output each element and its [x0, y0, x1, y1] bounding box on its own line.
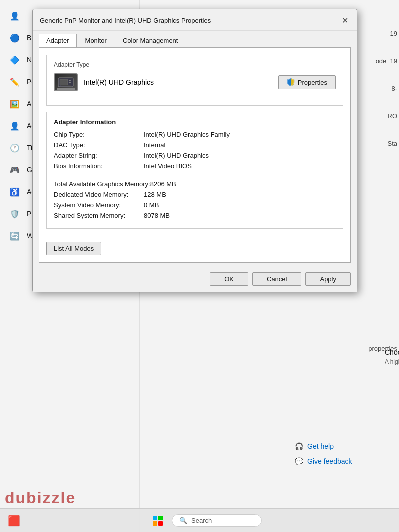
bluetooth-icon: 🔵 [10, 33, 20, 43]
dac-type-value: Internal [144, 141, 165, 149]
search-icon: 🔍 [179, 517, 187, 524]
pen-icon: ✏️ [10, 77, 20, 87]
partial-val-3: 8- [376, 85, 397, 92]
adapter-info-title: Adapter Information [54, 118, 336, 126]
properties-button[interactable]: Properties [278, 75, 336, 89]
dialog-titlebar: Generic PnP Monitor and Intel(R) UHD Gra… [33, 9, 357, 31]
shared-system-memory-key: Shared System Memory: [54, 212, 144, 219]
tab-color-management[interactable]: Color Management [115, 34, 186, 47]
update-icon: 🔄 [10, 231, 20, 241]
system-video-memory-row: System Video Memory: 0 MB [54, 201, 336, 209]
dac-type-row: DAC Type: Internal [54, 141, 336, 149]
right-partial-values: 19 ode 19 8- RO Sta [376, 30, 397, 167]
taskbar-app-icon[interactable]: 🟥 [8, 515, 20, 527]
shield-icon [287, 78, 295, 86]
apply-button[interactable]: Apply [305, 272, 351, 286]
search-label: Search [191, 517, 212, 524]
cancel-button[interactable]: Cancel [252, 272, 301, 286]
refresh-rate-title: Choose a refresh rate [385, 348, 399, 356]
refresh-rate-section: Choose a refresh rate A higher rate give… [380, 343, 399, 370]
adapter-type-box: Intel(R) UHD Graphics Properties [54, 73, 336, 91]
svg-rect-3 [69, 82, 71, 83]
adapter-type-label: Adapter Type [54, 61, 336, 68]
chip-type-row: Chip Type: Intel(R) UHD Graphics Family [54, 131, 336, 138]
properties-btn-label: Properties [298, 79, 327, 86]
adapter-info-section: Adapter Information Chip Type: Intel(R) … [46, 112, 343, 229]
user-icon: 👤 [10, 11, 20, 21]
graphics-properties-dialog: Generic PnP Monitor and Intel(R) UHD Gra… [32, 9, 357, 292]
list-modes-container: List All Modes [46, 235, 343, 255]
adapter-string-value: Intel(R) UHD Graphics [144, 152, 209, 159]
dedicated-video-memory-value: 128 MB [144, 191, 166, 198]
partial-val-1: 19 [376, 30, 397, 37]
shared-system-memory-value: 8078 MB [144, 212, 170, 219]
help-links-section: 🎧 Get help 💬 Give feedback [295, 442, 352, 472]
network-icon: 🔷 [10, 55, 20, 65]
get-help-label: Get help [307, 442, 334, 450]
dialog-title: Generic PnP Monitor and Intel(R) UHD Gra… [40, 17, 211, 24]
taskbar-left: 🟥 [8, 515, 20, 527]
total-graphics-memory-row: Total Available Graphics Memory: 8206 MB [54, 180, 336, 188]
bios-info-value: Intel Video BIOS [144, 162, 192, 170]
taskbar-center: 🔍 Search [150, 513, 262, 529]
accounts-icon: 👤 [10, 121, 20, 131]
time-icon: 🕐 [10, 143, 20, 153]
partial-val-4: RO [376, 112, 397, 120]
adapter-name: Intel(R) UHD Graphics [84, 78, 154, 86]
dialog-tabs: Adapter Monitor Color Management [33, 31, 357, 47]
svg-rect-4 [61, 85, 71, 86]
close-button[interactable]: ✕ [339, 14, 351, 26]
partial-val-5: Sta [376, 140, 397, 147]
adapter-string-key: Adapter String: [54, 152, 144, 159]
chip-type-key: Chip Type: [54, 131, 144, 138]
ok-button[interactable]: OK [210, 272, 248, 286]
gaming-icon: 🎮 [10, 165, 20, 175]
partial-val-2: ode 19 [376, 57, 397, 65]
give-feedback-label: Give feedback [307, 457, 352, 465]
dac-type-key: DAC Type: [54, 141, 144, 149]
shared-system-memory-row: Shared System Memory: 8078 MB [54, 212, 336, 219]
refresh-rate-description: A higher rate gives smoother motion, [385, 358, 399, 365]
dialog-body: Adapter Type Intel(R) UHD Graphics [39, 47, 351, 263]
get-help-link[interactable]: 🎧 Get help [295, 442, 352, 450]
system-video-memory-value: 0 MB [144, 201, 159, 209]
system-video-memory-key: System Video Memory: [54, 201, 144, 209]
gpu-icon [54, 73, 78, 91]
svg-rect-2 [69, 80, 71, 81]
adapter-string-row: Adapter String: Intel(R) UHD Graphics [54, 152, 336, 159]
list-all-modes-button[interactable]: List All Modes [46, 242, 101, 255]
give-feedback-link[interactable]: 💬 Give feedback [295, 457, 352, 465]
start-button[interactable] [150, 513, 166, 529]
taskbar-search[interactable]: 🔍 Search [172, 514, 262, 527]
taskbar: 🟥 🔍 Search [0, 508, 399, 532]
feedback-icon: 💬 [295, 457, 303, 465]
apps-icon: 🖼️ [10, 99, 20, 109]
adapter-type-info: Intel(R) UHD Graphics [54, 73, 154, 91]
adapter-type-section: Adapter Type Intel(R) UHD Graphics [46, 55, 343, 106]
bios-info-key: Bios Information: [54, 162, 144, 170]
accessibility-icon: ♿ [10, 187, 20, 197]
bios-info-row: Bios Information: Intel Video BIOS [54, 162, 336, 170]
dedicated-video-memory-key: Dedicated Video Memory: [54, 191, 144, 198]
chip-type-value: Intel(R) UHD Graphics Family [144, 131, 230, 138]
svg-rect-1 [60, 79, 68, 85]
privacy-icon: 🛡️ [10, 209, 20, 219]
dedicated-video-memory-row: Dedicated Video Memory: 128 MB [54, 191, 336, 198]
tab-adapter[interactable]: Adapter [39, 34, 77, 47]
total-graphics-memory-key: Total Available Graphics Memory: [54, 180, 150, 188]
tab-monitor[interactable]: Monitor [78, 34, 114, 47]
total-graphics-memory-value: 8206 MB [150, 180, 176, 188]
dialog-footer: OK Cancel Apply [33, 268, 357, 292]
headphone-icon: 🎧 [295, 442, 303, 450]
watermark: dubizzle [0, 489, 100, 507]
